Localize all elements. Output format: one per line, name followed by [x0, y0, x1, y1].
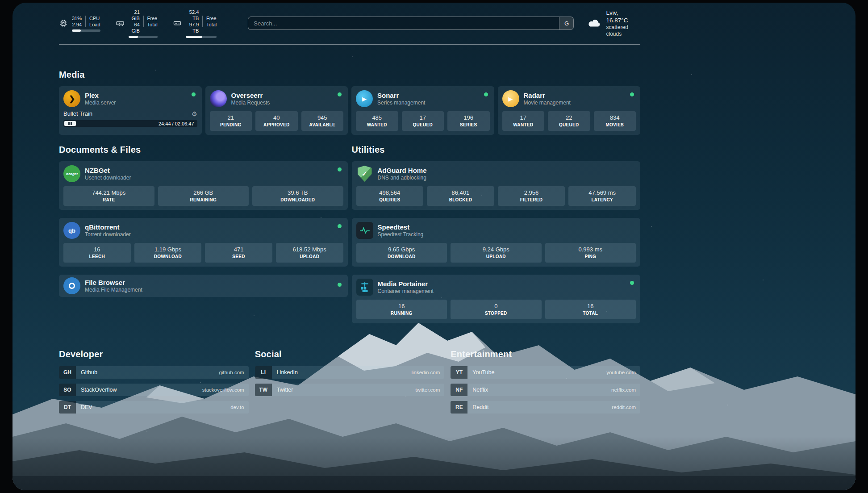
bookmark-twitter[interactable]: TW Twitter twitter.com	[255, 384, 445, 396]
cpu-label-1: CPU	[89, 15, 100, 21]
bookmark-abbr: TW	[255, 384, 272, 396]
service-card-radarr[interactable]: ▶ Radarr Movie management 17WANTED 22QUE…	[498, 86, 641, 135]
service-card-adguard[interactable]: ✓ AdGuard Home DNS and adblocking 498,56…	[352, 161, 641, 210]
playback-time: 24:44 / 02:06:47	[159, 121, 194, 126]
stat-box: 22QUEUED	[548, 111, 590, 131]
stat-box: 16LEECH	[63, 243, 131, 263]
stat-box: 9.24 GbpsUPLOAD	[451, 243, 542, 263]
service-card-qbittorrent[interactable]: qb qBittorrent Torrent downloader 16LEEC…	[59, 218, 348, 267]
stat-box: 498,564QUERIES	[356, 186, 424, 206]
cpu-label-2: Load	[89, 21, 100, 28]
snow-flecks	[13, 3, 13, 4]
stat-box: 47.569 msLATENCY	[568, 186, 636, 206]
bookmark-domain: stackoverflow.com	[202, 384, 249, 396]
status-dot	[338, 283, 342, 287]
stat-box: 618.52 MbpsUPLOAD	[276, 243, 343, 263]
stat-box: 485WANTED	[356, 111, 398, 131]
metric-separator	[202, 16, 203, 27]
bookmark-abbr: RE	[451, 401, 467, 414]
metric-separator	[143, 16, 144, 27]
bookmark-dev[interactable]: DT DEV dev.to	[59, 401, 249, 414]
section-title-documents: Documents & Files	[59, 145, 348, 155]
bookmark-abbr: LI	[255, 366, 272, 379]
plex-icon: ❯	[63, 90, 80, 107]
service-desc: Media server	[85, 100, 116, 106]
bookmark-abbr: DT	[59, 401, 76, 414]
service-desc: Series management	[377, 100, 425, 106]
service-name: Speedtest	[378, 223, 424, 231]
service-name: File Browser	[85, 278, 142, 287]
disk-total: 97.9 TB	[186, 21, 199, 34]
qbittorrent-icon: qb	[63, 222, 80, 239]
bookmark-abbr: GH	[59, 366, 76, 379]
bookmark-abbr: NF	[451, 384, 467, 396]
stat-box: 266 GBREMAINING	[158, 186, 249, 206]
cpu-progress-bar	[72, 29, 100, 32]
service-name: Overseerr	[231, 91, 270, 100]
bookmark-name: LinkedIn	[272, 366, 298, 379]
bookmark-youtube[interactable]: YT YouTube youtube.com	[451, 366, 640, 379]
service-card-overseerr[interactable]: Overseerr Media Requests 21PENDING 40APP…	[205, 86, 348, 135]
bookmark-github[interactable]: GH Github github.com	[59, 366, 249, 379]
bookmark-name: DEV	[76, 401, 92, 414]
bookmark-domain: youtube.com	[606, 366, 640, 379]
service-card-speedtest[interactable]: Speedtest Speedtest Tracking 9.65 GbpsDO…	[352, 218, 641, 267]
service-card-portainer[interactable]: Media Portainer Container management 16R…	[352, 275, 641, 323]
stat-box: 945AVAILABLE	[301, 111, 344, 131]
search-provider-button[interactable]: G	[559, 17, 573, 29]
stat-box: 86,401BLOCKED	[427, 186, 494, 206]
pause-button[interactable]	[64, 121, 76, 126]
bookmark-linkedin[interactable]: LI LinkedIn linkedin.com	[255, 366, 445, 379]
status-dot	[192, 92, 196, 96]
section-title-entertainment: Entertainment	[451, 349, 640, 359]
bookmark-domain: reddit.com	[612, 401, 640, 414]
status-dot	[338, 224, 342, 228]
disk-label-1: Free	[206, 15, 217, 21]
sonarr-icon: ▶	[356, 90, 373, 107]
bookmark-domain: dev.to	[230, 401, 248, 414]
service-card-plex[interactable]: ❯ Plex Media server Bullet Train ⚙ 24:44…	[59, 86, 202, 135]
status-dot	[338, 167, 342, 171]
bookmark-name: Netflix	[467, 384, 488, 396]
stat-box: 834MOVIES	[594, 111, 636, 131]
section-title-developer: Developer	[59, 349, 249, 359]
stat-box: 16RUNNING	[356, 300, 447, 319]
stat-box: 40APPROVED	[255, 111, 298, 131]
weather-widget: Lviv, 16.87°C scattered clouds	[587, 9, 640, 38]
disk-progress-bar	[186, 36, 217, 38]
bookmark-netflix[interactable]: NF Netflix netflix.com	[451, 384, 640, 396]
service-desc: Media Requests	[231, 100, 270, 106]
service-card-nzbget[interactable]: nzbget NZBGet Usenet downloader 744.21 M…	[59, 161, 348, 210]
metric-separator	[85, 16, 86, 27]
bookmark-stackoverflow[interactable]: SO StackOverflow stackoverflow.com	[59, 384, 249, 396]
service-desc: Torrent downloader	[85, 231, 131, 238]
adguard-icon: ✓	[356, 165, 373, 182]
section-title-media: Media	[59, 70, 640, 80]
status-dot	[630, 92, 634, 96]
service-name: qBittorrent	[85, 223, 131, 231]
service-desc: Speedtest Tracking	[378, 231, 424, 238]
portainer-icon	[356, 279, 373, 296]
stat-box: 17QUEUED	[402, 111, 444, 131]
service-card-filebrowser[interactable]: File Browser Media File Management	[59, 275, 348, 297]
service-name: AdGuard Home	[378, 166, 427, 175]
bookmark-name: StackOverflow	[76, 384, 117, 396]
section-title-social: Social	[255, 349, 445, 359]
service-desc: DNS and adblocking	[378, 175, 427, 181]
section-title-utilities: Utilities	[352, 145, 641, 155]
disk-icon	[173, 19, 182, 28]
playback-progress-bar: 24:44 / 02:06:47	[63, 120, 197, 127]
bookmark-abbr: SO	[59, 384, 76, 396]
bookmark-reddit[interactable]: RE Reddit reddit.com	[451, 401, 640, 414]
cpu-percent: 31%	[72, 15, 82, 21]
service-name: Media Portainer	[378, 280, 434, 288]
service-name: Sonarr	[377, 91, 425, 100]
service-desc: Container management	[378, 288, 434, 295]
search-input[interactable]	[248, 17, 559, 29]
disk-free: 52.4 TB	[186, 9, 199, 21]
service-name: Plex	[85, 91, 116, 100]
gear-icon[interactable]: ⚙	[192, 111, 197, 117]
ram-label-1: Free	[147, 15, 158, 21]
service-card-sonarr[interactable]: ▶ Sonarr Series management 485WANTED 17Q…	[351, 86, 494, 135]
nzbget-icon: nzbget	[63, 165, 80, 182]
